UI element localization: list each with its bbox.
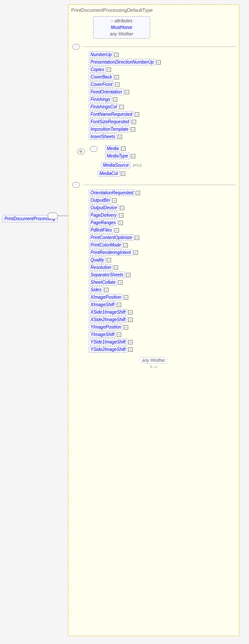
choice-outer-connector: ∕⊕ [77,149,85,154]
element-separatorsheets[interactable]: SeparatorSheets [89,272,125,278]
expand-insertsheets[interactable]: + [118,135,122,139]
expand-pagedelivery[interactable]: + [119,213,123,218]
element-row-outputdevice: OutputDevice + [84,204,236,211]
element-xside2imageshift[interactable]: XSide2ImageShift [89,316,127,323]
element-quality[interactable]: Quality [89,257,106,263]
expand-pdlinitfiles[interactable]: + [115,228,119,233]
element-copies[interactable]: Copies [89,66,106,73]
element-row-sheetcollate: SheetCollate + [84,279,236,286]
element-row-resolution: Resolution + [84,264,236,271]
element-ximageposition[interactable]: XImagePosition [89,294,123,301]
element-yside1imageshift[interactable]: YSide1ImageShift [89,339,127,345]
expand-xside1imageshift[interactable]: + [128,310,133,315]
media-source-row: MediaSource JPS3 [101,162,236,168]
attributes-title: − attributes [97,18,146,23]
element-row-xside1imageshift: XSide1ImageShift + [84,309,236,315]
expand-outputbin[interactable]: + [112,198,117,203]
element-printcontentoptimize[interactable]: PrintContentOptimize [89,234,134,241]
element-numberup[interactable]: NumberUp [89,51,113,58]
connector-row-2: ··· [71,182,236,188]
element-imposition[interactable]: ImpositionTemplate [89,126,130,132]
expand-printcontentoptimize[interactable]: + [135,236,139,240]
expand-orientationrequested[interactable]: + [136,191,140,195]
element-pagedelivery[interactable]: PageDelivery [89,212,118,218]
element-xside1imageshift[interactable]: XSide1ImageShift [89,309,127,315]
element-row-pdnumberup: PresentationDirectionNumberUp + [84,59,236,65]
expand-coverback[interactable]: + [115,75,119,79]
expand-copies[interactable]: + [107,68,111,72]
expand-mediacol[interactable]: + [121,172,125,176]
expand-separatorsheets[interactable]: + [126,273,130,277]
expand-sheetcollate[interactable]: + [118,280,123,285]
expand-yimageposition[interactable]: + [124,325,128,329]
element-pdlinitfiles[interactable]: PdlInitFiles [89,227,114,233]
element-pageranges[interactable]: PageRanges [89,219,118,226]
element-row-finishingscol: FinishingsCol − [84,104,236,110]
element-media[interactable]: Media [105,145,120,152]
expand-imposition[interactable]: + [131,127,135,132]
expand-fontsize[interactable]: + [132,120,136,124]
expand-finishings[interactable]: + [113,97,117,102]
expand-sides[interactable]: + [104,288,108,292]
expand-xside2imageshift[interactable]: + [128,318,133,322]
element-yimageposition[interactable]: YImagePosition [89,324,123,330]
element-fontname[interactable]: FontNameRequested [89,111,134,118]
element-row-ximageposition: XImagePosition + [84,294,236,301]
element-mediasource[interactable]: MediaSource [101,162,130,168]
expand-pageranges[interactable]: + [119,221,123,225]
expand-yimageshift[interactable]: + [117,333,121,337]
expand-outputdevice[interactable]: + [120,206,124,210]
element-row-media: Media + [101,145,135,152]
element-sheetcollate[interactable]: SheetCollate [89,279,117,286]
element-mediacol[interactable]: MediaCol [97,170,119,177]
connector-row-1: ··· [71,44,236,50]
expand-fontname[interactable]: + [135,112,139,117]
element-feedorientation[interactable]: FeedOrientation [89,89,124,95]
element-ximageshift[interactable]: XImageShift [89,301,116,308]
expand-coverfront[interactable]: + [115,82,119,87]
element-yside2imageshift[interactable]: YSide2ImageShift [89,346,127,353]
element-outputbin[interactable]: OutputBin [89,197,112,204]
expand-printrenderingintent[interactable]: + [134,250,138,255]
element-row-printcontentoptimize: PrintContentOptimize + [84,234,236,241]
element-row-yimageposition: YImagePosition + [84,324,236,330]
expand-resolution[interactable]: + [114,265,118,270]
element-row-separatorsheets: SeparatorSheets + [84,272,236,278]
element-yimageshift[interactable]: YImageShift [89,331,116,338]
expand-ximageposition[interactable]: + [124,295,128,300]
collapse-finishingscol[interactable]: − [119,105,124,109]
expand-quality[interactable]: + [107,258,111,262]
element-orientationrequested[interactable]: OrientationRequested [89,190,135,196]
element-coverback[interactable]: CoverBack [89,74,114,80]
expand-mediatype[interactable]: + [131,154,135,158]
element-pdnumberup[interactable]: PresentationDirectionNumberUp [89,59,155,65]
element-finishings[interactable]: Finishings [89,96,112,103]
element-resolution[interactable]: Resolution [89,264,113,271]
expand-yside2imageshift[interactable]: + [128,347,133,352]
element-row-xside2imageshift: XSide2ImageShift + [84,316,236,323]
element-row-printrenderingintent: PrintRenderingIntent + [84,249,236,256]
expand-feedorientation[interactable]: + [125,90,129,94]
element-outputdevice[interactable]: OutputDevice [89,204,119,211]
expand-yside1imageshift[interactable]: + [128,340,133,344]
expand-media[interactable]: + [121,147,126,151]
element-row-pagedelivery: PageDelivery + [84,212,236,218]
element-mediatype[interactable]: MediaType [105,153,130,159]
element-fontsize[interactable]: FontSizeRequested [89,118,131,125]
expand-printcolormode[interactable]: + [123,243,128,247]
expand-ximageshift[interactable]: + [117,303,121,307]
type-title: PrintDocumentProcessingDefaultType [71,7,236,13]
left-entity-label: PrintDocumentProcessing [2,215,58,222]
element-sides[interactable]: Sides [89,286,103,293]
must-honor-item[interactable]: MustHonor [97,25,146,30]
element-coverfront[interactable]: CoverFront [89,81,114,88]
expand-pdnumberup[interactable]: + [156,60,161,64]
expand-numberup[interactable]: + [114,53,119,57]
jps3-label: JPS3 [132,163,142,168]
element-printrenderingintent[interactable]: PrintRenderingIntent [89,249,133,256]
element-finishingscol[interactable]: FinishingsCol [89,104,119,110]
element-printcolormode[interactable]: PrintColorMode [89,242,123,248]
element-insertsheets[interactable]: InsertSheets [89,133,117,140]
element-row-yside1imageshift: YSide1ImageShift + [84,339,236,345]
element-row-ximageshift: XImageShift + [84,301,236,308]
